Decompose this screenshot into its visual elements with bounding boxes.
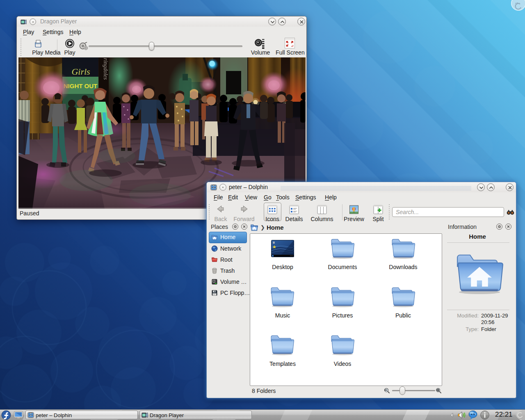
svg-text:ringdoles: ringdoles	[103, 58, 109, 80]
svg-text:Girls: Girls	[71, 66, 90, 77]
